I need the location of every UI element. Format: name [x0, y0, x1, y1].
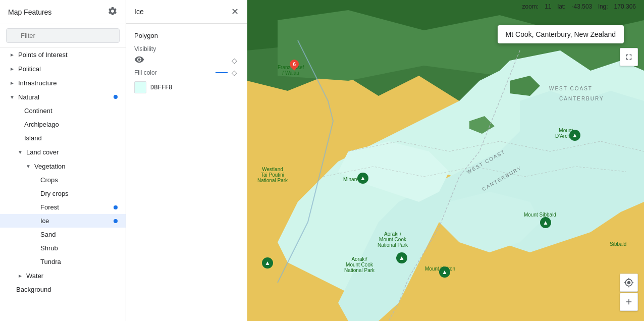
sidebar-item-tundra[interactable]: Tundra — [0, 255, 126, 269]
fill-color-row: Fill color ◇ — [134, 68, 239, 77]
chevron-icon-infrastructure: ► — [8, 79, 16, 87]
fullscreen-button[interactable] — [620, 48, 638, 66]
sidebar-label-political: Political — [18, 65, 118, 73]
map-marker-aoraki: ▲ — [396, 252, 407, 263]
sibbald-marker-icon: ▲ — [543, 219, 549, 226]
sidebar-label-background: Background — [16, 286, 118, 293]
detail-body: Polygon Visibility ◇ Fill color ◇ DBFFF8 — [126, 24, 247, 101]
locate-button[interactable] — [620, 274, 638, 292]
sidebar-item-archipelago[interactable]: Archipelago — [0, 118, 126, 131]
sidebar-title: Map Features — [8, 8, 51, 16]
detail-title: Ice — [134, 8, 144, 16]
sidebar-tree: ►Points of Interest►Political►Infrastruc… — [0, 47, 126, 296]
color-swatch[interactable] — [134, 81, 146, 93]
fill-color-line — [216, 72, 228, 73]
zoom-label: zoom: — [522, 3, 539, 10]
sidebar-item-land-cover[interactable]: ▼Land cover — [0, 145, 126, 159]
gear-icon[interactable] — [108, 6, 118, 18]
sidebar-label-infrastructure: Infrastructure — [18, 79, 118, 87]
sidebar-item-continent[interactable]: Continent — [0, 104, 126, 118]
filter-input[interactable] — [6, 28, 120, 43]
map-area[interactable]: zoom: 11 lat: -43.503 lng: 170.306 Mt Co… — [247, 0, 644, 321]
lat-value: -43.503 — [572, 3, 593, 10]
map-top-bar: zoom: 11 lat: -43.503 lng: 170.306 — [514, 0, 644, 13]
sidebar-item-natural[interactable]: ▼Natural — [0, 90, 126, 104]
sidebar-label-water: Water — [26, 272, 118, 280]
sidebar-label-dry-crops: Dry crops — [40, 190, 118, 197]
hutton-marker-icon: ▲ — [442, 269, 448, 276]
sidebar-item-shrub[interactable]: Shrub — [0, 241, 126, 255]
sidebar-label-forest: Forest — [40, 203, 112, 211]
map-marker-darchiac: ▲ — [569, 130, 580, 141]
sidebar-label-island: Island — [24, 134, 118, 142]
sidebar-label-continent: Continent — [24, 107, 118, 115]
detail-panel: Ice ✕ Polygon Visibility ◇ Fill color ◇ … — [126, 0, 247, 321]
aoraki-marker-icon: ▲ — [399, 254, 405, 261]
sidebar-item-vegetation[interactable]: ▼Vegetation — [0, 159, 126, 173]
darchiac-marker-icon: ▲ — [572, 132, 578, 139]
visibility-diamond[interactable]: ◇ — [230, 56, 239, 65]
chevron-icon-natural: ▼ — [8, 93, 16, 101]
color-value-input[interactable]: DBFFF8 — [150, 84, 191, 91]
map-controls — [620, 274, 638, 311]
westland-marker-icon: ▲ — [264, 259, 271, 266]
color-swatch-row: DBFFF8 — [134, 81, 239, 93]
dot-ice — [114, 219, 118, 223]
sidebar-item-points-of-interest[interactable]: ►Points of Interest — [0, 47, 126, 62]
sidebar-label-crops: Crops — [40, 176, 118, 184]
visibility-section: ◇ — [134, 55, 239, 66]
chevron-icon-points-of-interest: ► — [8, 50, 16, 59]
chevron-icon-political: ► — [8, 65, 16, 73]
chevron-icon-land-cover: ▼ — [16, 148, 24, 156]
sidebar-item-ice[interactable]: Ice — [0, 214, 126, 228]
detail-header: Ice ✕ — [126, 0, 247, 24]
map-marker-westland: ▲ — [262, 257, 273, 269]
chevron-icon-water: ► — [16, 272, 24, 280]
sidebar-item-sand[interactable]: Sand — [0, 228, 126, 241]
sidebar-item-dry-crops[interactable]: Dry crops — [0, 187, 126, 200]
close-icon[interactable]: ✕ — [231, 6, 239, 17]
sidebar-label-land-cover: Land cover — [26, 148, 118, 156]
dot-forest — [114, 205, 118, 209]
tooltip-text: Mt Cook, Canterbury, New Zealand — [506, 30, 616, 38]
eye-icon[interactable] — [134, 55, 144, 66]
map-tooltip: Mt Cook, Canterbury, New Zealand — [498, 25, 624, 43]
zoom-value: 11 — [545, 3, 551, 10]
sidebar-label-shrub: Shrub — [40, 244, 118, 252]
fill-color-label: Fill color — [134, 69, 216, 76]
sidebar-label-sand: Sand — [40, 231, 118, 238]
sidebar-label-archipelago: Archipelago — [24, 121, 118, 128]
chevron-icon-vegetation: ▼ — [24, 162, 32, 170]
sidebar-item-crops[interactable]: Crops — [0, 173, 126, 187]
sidebar-label-tundra: Tundra — [40, 258, 118, 265]
lng-label: lng: — [598, 3, 608, 10]
sidebar-item-island[interactable]: Island — [0, 131, 126, 145]
sidebar-item-water[interactable]: ►Water — [0, 269, 126, 283]
sidebar-label-vegetation: Vegetation — [34, 163, 118, 170]
sidebar-label-ice: Ice — [40, 217, 112, 225]
minarets-marker-icon: ▲ — [360, 175, 366, 182]
pin-label: 6 — [293, 62, 296, 67]
fill-color-diamond[interactable]: ◇ — [230, 68, 239, 77]
map-marker-sibbald: ▲ — [540, 217, 551, 228]
lat-label: lat: — [558, 3, 566, 10]
sidebar-item-infrastructure[interactable]: ►Infrastructure — [0, 76, 126, 90]
dot-natural — [114, 95, 118, 99]
sidebar-item-background[interactable]: Background — [0, 283, 126, 296]
map-marker-minarets: ▲ — [357, 173, 368, 184]
zoom-in-button[interactable] — [620, 293, 638, 311]
map-marker-hutton: ▲ — [439, 266, 450, 278]
filter-bar — [0, 24, 126, 47]
visibility-label: Visibility — [134, 45, 239, 52]
sidebar-header: Map Features — [0, 0, 126, 24]
sidebar-item-forest[interactable]: Forest — [0, 200, 126, 214]
sidebar-item-political[interactable]: ►Political — [0, 62, 126, 76]
sidebar: Map Features ►Points of Interest►Politic… — [0, 0, 126, 321]
polygon-label: Polygon — [134, 32, 239, 39]
lng-value: 170.306 — [614, 3, 636, 10]
sidebar-label-points-of-interest: Points of Interest — [18, 51, 118, 59]
sidebar-label-natural: Natural — [18, 93, 112, 101]
